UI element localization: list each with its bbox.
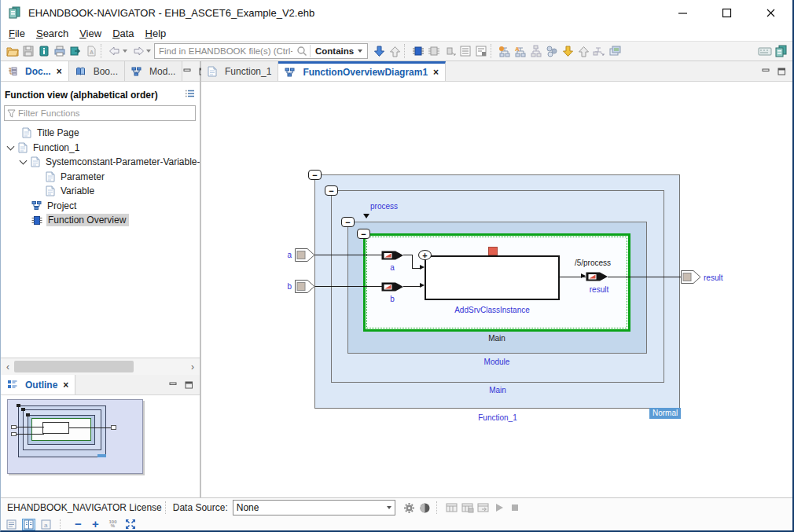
tree-item-project[interactable]: Project [1,199,200,214]
search-input[interactable] [155,45,296,57]
hierarchy-grey-icon[interactable] [528,43,544,59]
tab-outline[interactable]: Outline × [1,375,75,394]
print-icon[interactable] [52,43,68,59]
play-icon[interactable] [491,500,507,515]
menu-help[interactable]: Help [140,27,172,40]
expand-addsrvclass-button[interactable]: + [418,250,432,260]
single-page-view-icon[interactable] [5,519,18,530]
layers-icon[interactable] [607,43,623,59]
addsrvclass-block[interactable] [425,255,560,300]
scroll-left-icon[interactable]: ‹ [1,361,15,372]
pdf-icon[interactable]: A [83,43,99,59]
hierarchy-add-icon[interactable] [497,43,513,59]
nav-forward-icon[interactable] [130,43,146,59]
search-previous-icon[interactable] [387,43,403,59]
scroll-right-icon[interactable]: › [186,361,200,372]
function-view-header: Function view (alphabetical order) [5,90,158,101]
component-view-icon[interactable] [442,43,458,59]
nav-forward-dropdown-icon[interactable] [146,50,151,53]
model-link-icon[interactable] [591,43,607,59]
tree-item-function-overview[interactable]: Function Overview [1,213,200,228]
svg-text:a: a [44,522,48,529]
send-tag-result[interactable] [586,270,608,286]
outline-minimize-icon[interactable] [168,380,178,389]
scrollbar-thumb[interactable] [14,361,134,372]
page-text-view-icon[interactable]: a [39,519,53,530]
output-port-result[interactable] [681,270,701,287]
sidebar-minimize-icon[interactable] [182,67,193,75]
export-icon[interactable] [68,43,83,59]
datasource-select[interactable]: None [233,500,395,515]
zoom-out-icon[interactable]: − [72,519,85,530]
tab-documents-close-icon[interactable]: × [57,66,62,77]
menu-data[interactable]: Data [107,27,139,40]
tab-documents-label: Doc... [25,66,51,77]
menu-search[interactable]: Search [31,27,74,40]
table-settings-icon[interactable] [473,43,489,59]
collapse-function-button[interactable]: − [308,170,322,180]
record-export-icon[interactable] [476,500,491,515]
filter-functions-input[interactable] [16,108,195,118]
diagram-canvas[interactable]: − − − − process a b a [201,82,792,497]
tree-item-function-1[interactable]: Function_1 [1,141,200,156]
book-view-icon[interactable] [22,519,35,530]
module-view-icon[interactable] [426,43,442,59]
handbook-icon[interactable] [36,43,52,59]
contains-dropdown[interactable]: Contains [313,46,367,56]
collapse-module-button[interactable]: − [341,217,355,227]
menu-view[interactable]: View [74,27,107,40]
save-icon[interactable] [20,43,36,59]
function-overview-icon[interactable] [410,43,426,59]
tab-documents[interactable]: Doc... × [1,61,69,81]
expand-chevron-icon[interactable] [20,157,28,165]
minimize-button[interactable] [660,0,704,25]
menu-file[interactable]: File [3,27,31,40]
nav-back-icon[interactable] [107,43,123,59]
input-port-b[interactable] [295,280,315,296]
nav-back-dropdown-icon[interactable] [123,50,127,53]
expand-chevron-icon[interactable] [7,142,15,150]
open-folder-icon[interactable] [5,43,20,59]
zoom-100-icon[interactable]: 100% [106,519,119,530]
receive-tag-b[interactable] [381,281,404,296]
tree-item-parameter[interactable]: Parameter [1,170,200,185]
maximize-button[interactable] [704,0,748,25]
import-annotations-icon[interactable] [560,43,575,59]
input-port-a[interactable] [295,248,315,265]
gear-icon[interactable] [402,500,417,515]
view-menu-icon[interactable] [184,89,195,101]
tab-diagram-close-icon[interactable]: × [433,67,439,78]
eye-icon[interactable] [417,500,433,515]
tab-bookmarks[interactable]: Boo... [69,61,125,81]
keyboard-icon[interactable] [757,43,773,59]
tab-models[interactable]: Mod... [125,61,182,81]
sidebar-horizontal-scrollbar[interactable]: ‹ › [1,358,200,375]
tab-function-overview-diagram[interactable]: FunctionOverviewDiagram1 × [278,61,446,81]
editor-maximize-icon[interactable] [777,67,787,75]
hierarchy-rename-icon[interactable]: A [513,43,528,59]
close-button[interactable] [748,0,792,25]
stop-icon[interactable] [507,500,523,515]
ehb-logo-icon[interactable] [773,43,788,59]
list-view-icon[interactable] [458,43,473,59]
tree-item-variable[interactable]: Variable [1,184,200,199]
collapse-main-outer-button[interactable]: − [325,185,338,196]
search-next-icon[interactable] [371,43,387,59]
fit-screen-icon[interactable] [123,519,137,530]
zoom-in-icon[interactable]: + [89,519,102,530]
tab-function-1[interactable]: Function_1 [201,61,278,81]
outline-thumbnail[interactable] [7,399,143,474]
module-label: Module [458,358,536,366]
record-experiment-icon[interactable] [444,500,460,515]
collapse-main-inner-button[interactable]: − [357,229,370,239]
tree-item-title-page[interactable]: Title Page [1,126,200,141]
outline-maximize-icon[interactable] [184,380,194,389]
editor-minimize-icon[interactable] [761,67,771,75]
tree-item-systemconstant[interactable]: Systemconstant-Parameter-Variable-C [1,155,200,170]
tab-outline-close-icon[interactable]: × [63,380,68,391]
record-config-icon[interactable] [460,500,476,515]
block-marker-icon [488,247,498,255]
compare-icon[interactable] [544,43,560,59]
export-annotations-icon[interactable] [575,43,591,59]
receive-tag-a[interactable] [381,249,404,265]
